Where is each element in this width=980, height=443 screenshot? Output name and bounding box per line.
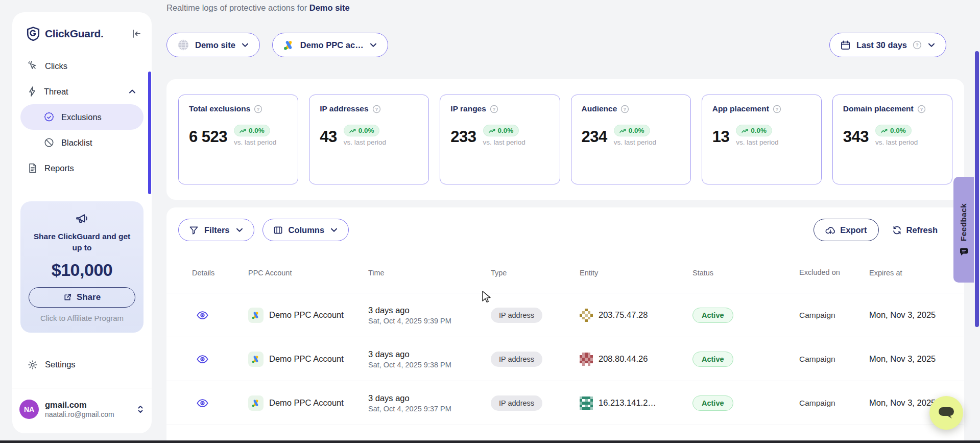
feedback-tab[interactable]: Feedback (953, 177, 974, 283)
delta-badge: 0.0% (736, 125, 772, 136)
page-subtitle: Realtime logs of protective actions for … (166, 3, 350, 13)
trend-up-icon (619, 128, 626, 133)
sidebar-item-clicks[interactable]: Clicks (20, 53, 144, 79)
delta-badge: 0.0% (234, 125, 270, 136)
filters-dropdown[interactable]: Filters (178, 219, 254, 241)
sidebar-item-label: Threat (44, 87, 68, 97)
account-name: gmail.com (45, 400, 114, 410)
type-badge: IP address (491, 308, 542, 323)
site-selector-label: Demo site (195, 40, 235, 50)
help-circle-icon[interactable]: ? (254, 105, 262, 113)
excluded-on-value: Campaign (799, 311, 835, 320)
stat-label: IP ranges (450, 104, 486, 113)
stat-label: Domain placement (843, 104, 914, 113)
help-circle-icon[interactable]: ? (372, 105, 381, 113)
site-selector-dropdown[interactable]: Demo site (166, 33, 260, 57)
ppc-account-selector-label: Demo PPC ac… (300, 40, 364, 50)
lightning-icon (28, 86, 37, 97)
column-header[interactable]: Entity (580, 269, 598, 277)
sidebar-item-label: Reports (44, 164, 74, 173)
help-circle-icon: ? (913, 40, 922, 50)
table-row: Demo PPC Account 3 days ago Sat, Oct 4, … (166, 337, 964, 381)
table-row: Demo PPC Account 3 days ago Sat, Oct 4, … (166, 293, 964, 337)
divider (12, 388, 152, 388)
globe-icon (177, 39, 189, 51)
help-circle-icon[interactable]: ? (773, 105, 781, 113)
stat-card-ip-addresses: IP addresses ? 43 0.0% vs. last period (309, 95, 429, 184)
time-relative: 3 days ago (368, 349, 451, 359)
delta-caption: vs. last period (875, 138, 918, 146)
google-ads-icon (248, 352, 264, 367)
stat-card-total-exclusions: Total exclusions ? 6 523 0.0% vs. last p… (178, 95, 298, 184)
view-details-eye-icon[interactable] (196, 398, 209, 409)
ppc-account-name: Demo PPC Account (269, 398, 344, 408)
exclusions-table-card: Filters Columns (166, 207, 964, 443)
column-header[interactable]: Excluded on (799, 267, 840, 277)
stat-value: 343 (843, 128, 869, 146)
promo-amount: $10,000 (29, 260, 135, 280)
brand-name: ClickGuard. (45, 28, 104, 40)
stat-value: 234 (582, 128, 607, 146)
help-circle-icon[interactable]: ? (620, 105, 629, 113)
column-header[interactable]: Details (192, 269, 214, 277)
sidebar-collapse-icon[interactable] (131, 29, 141, 39)
expires-at-value: Mon, Nov 3, 2025 (869, 398, 936, 408)
column-header[interactable]: Time (368, 269, 385, 277)
date-range-label: Last 30 days (856, 40, 907, 50)
page-scrollbar[interactable] (975, 51, 979, 327)
help-circle-icon[interactable]: ? (917, 105, 926, 113)
sidebar-item-blacklist[interactable]: Blacklist (20, 130, 144, 155)
stat-card-audience: Audience ? 234 0.0% vs. last period (571, 95, 691, 184)
delta-caption: vs. last period (736, 138, 778, 146)
excluded-on-value: Campaign (799, 355, 835, 364)
trend-up-icon (489, 128, 495, 133)
column-header[interactable]: Status (692, 269, 713, 277)
view-details-eye-icon[interactable] (196, 354, 209, 365)
chevron-down-icon (235, 226, 244, 234)
excluded-on-value: Campaign (799, 399, 835, 408)
account-menu[interactable]: NA gmail.com naatali.ro@gmail.com (12, 393, 152, 425)
column-header[interactable]: PPC Account (248, 269, 292, 277)
promo-headline: Share ClickGuard and get up to (34, 231, 131, 254)
refresh-button[interactable]: Refresh (892, 225, 938, 235)
ppc-account-selector-dropdown[interactable]: Demo PPC ac… (272, 33, 388, 57)
help-circle-icon[interactable]: ? (490, 105, 498, 113)
chat-launcher-button[interactable] (929, 396, 963, 430)
document-icon (28, 163, 37, 173)
sidebar-item-exclusions[interactable]: Exclusions (20, 104, 144, 130)
date-range-dropdown[interactable]: Last 30 days ? (829, 33, 946, 57)
chevron-down-icon (369, 41, 377, 49)
sidebar-item-reports[interactable]: Reports (20, 155, 144, 181)
chevrons-up-down-icon (136, 405, 145, 414)
stat-value: 13 (712, 128, 729, 146)
delta-caption: vs. last period (234, 138, 276, 146)
trend-up-icon (240, 128, 246, 133)
cloud-download-icon (825, 225, 835, 235)
export-button[interactable]: Export (814, 219, 878, 241)
column-header[interactable]: Type (491, 269, 507, 277)
filters-label: Filters (204, 225, 230, 235)
calendar-icon (840, 40, 851, 51)
trend-up-icon (349, 128, 356, 133)
entity-identicon (580, 397, 593, 410)
svg-text:?: ? (624, 106, 626, 111)
view-details-eye-icon[interactable] (196, 310, 209, 321)
sidebar-item-label: Clicks (45, 61, 67, 71)
settings-nav: Settings (12, 352, 152, 378)
affiliate-program-link[interactable]: Click to Affiliate Program (29, 314, 135, 322)
ppc-account-name: Demo PPC Account (269, 354, 344, 364)
column-header[interactable]: Expires at (869, 269, 902, 277)
sidebar-item-threat[interactable]: Threat (20, 79, 144, 104)
chevron-up-icon (128, 87, 136, 96)
sidebar-item-label: Settings (45, 360, 76, 369)
table-toolbar: Filters Columns (166, 207, 964, 241)
stat-label: IP addresses (320, 104, 368, 113)
sidebar-scrollbar[interactable] (148, 72, 151, 194)
ppc-account-name: Demo PPC Account (269, 310, 344, 320)
sidebar-item-settings[interactable]: Settings (20, 352, 144, 378)
delta-caption: vs. last period (483, 138, 525, 146)
columns-dropdown[interactable]: Columns (262, 219, 349, 241)
chevron-down-icon (241, 41, 249, 49)
share-button[interactable]: Share (29, 287, 135, 308)
delta-badge: 0.0% (875, 125, 912, 136)
